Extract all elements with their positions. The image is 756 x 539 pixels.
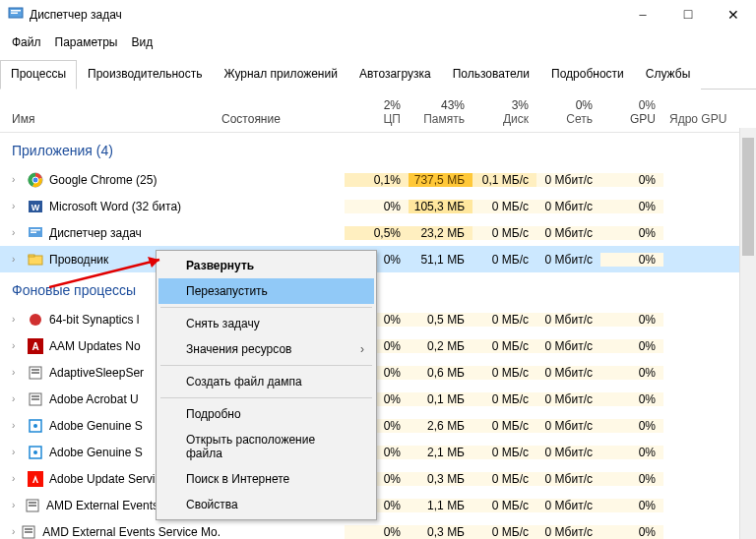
- disk-cell: 0 МБ/с: [472, 226, 536, 240]
- process-name: AMD External Events Service Mo...: [42, 525, 221, 539]
- gpu-label: GPU: [630, 112, 656, 126]
- col-header-gpu[interactable]: 0% GPU: [600, 98, 663, 132]
- cm-create-dump[interactable]: Создать файл дампа: [158, 369, 374, 394]
- process-name: Adobe Genuine S: [49, 419, 143, 433]
- mem-percent: 43%: [441, 98, 465, 112]
- cm-sep: [160, 307, 372, 308]
- col-header-state[interactable]: Состояние: [221, 112, 345, 132]
- minimize-button[interactable]: –: [620, 0, 665, 30]
- cm-expand[interactable]: Развернуть: [158, 253, 374, 278]
- col-header-memory[interactable]: 43% Память: [409, 98, 472, 132]
- expand-chevron-icon[interactable]: ›: [12, 393, 22, 404]
- cm-resource-values[interactable]: Значения ресурсов: [158, 336, 374, 362]
- svg-rect-18: [32, 372, 39, 374]
- process-icon: [28, 312, 43, 328]
- network-cell: 0 Мбит/с: [536, 392, 600, 406]
- expand-chevron-icon[interactable]: ›: [12, 367, 22, 378]
- vertical-scrollbar[interactable]: [739, 128, 756, 539]
- memory-cell: 0,6 МБ: [409, 366, 472, 380]
- tab-details[interactable]: Подробности: [540, 60, 635, 90]
- cm-restart[interactable]: Перезапустить: [158, 278, 374, 304]
- expand-chevron-icon[interactable]: ›: [12, 227, 22, 238]
- disk-cell: 0 МБ/с: [472, 499, 536, 512]
- cm-sep: [160, 365, 372, 366]
- col-header-disk[interactable]: 3% Диск: [472, 98, 536, 132]
- tab-startup[interactable]: Автозагрузка: [348, 60, 442, 90]
- disk-cell: 0 МБ/с: [472, 392, 536, 406]
- memory-cell: 2,1 МБ: [409, 446, 472, 459]
- process-name: Google Chrome (25): [49, 173, 157, 187]
- process-name-cell: ›Диспетчер задач: [0, 225, 221, 241]
- disk-label: Диск: [503, 112, 529, 126]
- expand-chevron-icon[interactable]: ›: [12, 526, 15, 537]
- cm-open-location[interactable]: Открыть расположение файла: [158, 427, 374, 466]
- process-icon: [28, 471, 43, 487]
- cpu-cell: 0%: [345, 525, 409, 539]
- col-header-cpu[interactable]: 2% ЦП: [345, 98, 409, 132]
- process-icon: A: [28, 338, 43, 354]
- process-row[interactable]: ›AMD External Events Client Mo...0%1,1 М…: [0, 492, 756, 518]
- memory-cell: 0,2 МБ: [409, 339, 472, 353]
- expand-chevron-icon[interactable]: ›: [12, 254, 22, 265]
- network-cell: 0 Мбит/с: [536, 253, 600, 267]
- process-row[interactable]: ›Adobe Genuine S0%2,1 МБ0 МБ/с0 Мбит/с0%: [0, 439, 756, 465]
- maximize-button[interactable]: □: [665, 0, 711, 30]
- process-row[interactable]: ›Adobe Genuine S0%2,6 МБ0 МБ/с0 Мбит/с0%: [0, 412, 756, 439]
- process-icon: [28, 445, 43, 460]
- process-name: Adobe Genuine S: [49, 446, 143, 459]
- menu-file[interactable]: Файл: [6, 31, 47, 53]
- svg-rect-31: [25, 528, 32, 530]
- process-row[interactable]: ›Проводник0%51,1 МБ0 МБ/с0 Мбит/с0%: [0, 246, 756, 272]
- process-row[interactable]: ›Adobe Acrobat U0%0,1 МБ0 МБ/с0 Мбит/с0%: [0, 386, 756, 412]
- process-icon: [25, 498, 40, 513]
- process-name-cell: ›Google Chrome (25): [0, 172, 221, 188]
- process-row[interactable]: ›64-bit Synaptics l0%0,5 МБ0 МБ/с0 Мбит/…: [0, 306, 756, 332]
- svg-text:W: W: [32, 203, 40, 212]
- expand-chevron-icon[interactable]: ›: [12, 473, 22, 484]
- tab-services[interactable]: Службы: [635, 60, 701, 90]
- expand-chevron-icon[interactable]: ›: [12, 314, 22, 325]
- process-name: AdaptiveSleepSer: [49, 366, 144, 380]
- expand-chevron-icon[interactable]: ›: [12, 174, 22, 185]
- scrollbar-thumb[interactable]: [742, 138, 754, 256]
- process-name-cell: ›WMicrosoft Word (32 бита): [0, 199, 221, 214]
- process-row[interactable]: ›WMicrosoft Word (32 бита)0%105,3 МБ0 МБ…: [0, 193, 756, 219]
- memory-cell: 1,1 МБ: [409, 499, 472, 512]
- cm-properties[interactable]: Свойства: [158, 492, 374, 517]
- net-percent: 0%: [576, 98, 593, 112]
- expand-chevron-icon[interactable]: ›: [12, 340, 22, 351]
- menu-params[interactable]: Параметры: [49, 31, 124, 53]
- tab-performance[interactable]: Производительность: [77, 60, 213, 90]
- cm-end-task[interactable]: Снять задачу: [158, 311, 374, 336]
- menu-view[interactable]: Вид: [125, 31, 158, 53]
- process-row[interactable]: ›Adobe Update Service (32 бита)0%0,3 МБ0…: [0, 465, 756, 492]
- tab-app-history[interactable]: Журнал приложений: [214, 60, 348, 90]
- app-icon: [8, 7, 24, 23]
- tab-processes[interactable]: Процессы: [0, 60, 77, 90]
- network-cell: 0 Мбит/с: [536, 472, 600, 486]
- close-button[interactable]: ✕: [711, 0, 756, 30]
- process-row[interactable]: ›Google Chrome (25)0,1%737,5 МБ0,1 МБ/с0…: [0, 166, 756, 193]
- process-icon: [28, 365, 43, 381]
- process-row[interactable]: ›AdaptiveSleepSer0%0,6 МБ0 МБ/с0 Мбит/с0…: [0, 359, 756, 386]
- tab-users[interactable]: Пользователи: [442, 60, 540, 90]
- gpu-cell: 0%: [600, 446, 663, 459]
- process-row[interactable]: ›AAAM Updates No0%0,2 МБ0 МБ/с0 Мбит/с0%: [0, 332, 756, 359]
- col-header-net[interactable]: 0% Сеть: [536, 98, 600, 132]
- svg-rect-12: [29, 255, 34, 257]
- process-row[interactable]: ›Диспетчер задач0,5%23,2 МБ0 МБ/с0 Мбит/…: [0, 219, 756, 246]
- expand-chevron-icon[interactable]: ›: [12, 447, 22, 457]
- cpu-cell: 0,5%: [345, 226, 409, 240]
- network-cell: 0 Мбит/с: [536, 499, 600, 512]
- expand-chevron-icon[interactable]: ›: [12, 420, 22, 431]
- col-header-name[interactable]: Имя: [0, 112, 221, 132]
- process-icon: [21, 524, 36, 540]
- expand-chevron-icon[interactable]: ›: [12, 201, 22, 211]
- svg-point-5: [32, 177, 38, 183]
- memory-cell: 0,1 МБ: [409, 392, 472, 406]
- expand-chevron-icon[interactable]: ›: [12, 500, 19, 510]
- cm-details[interactable]: Подробно: [158, 401, 374, 427]
- cm-search-online[interactable]: Поиск в Интернете: [158, 466, 374, 492]
- process-row[interactable]: ›AMD External Events Service Mo...0%0,3 …: [0, 518, 756, 539]
- disk-cell: 0 МБ/с: [472, 313, 536, 327]
